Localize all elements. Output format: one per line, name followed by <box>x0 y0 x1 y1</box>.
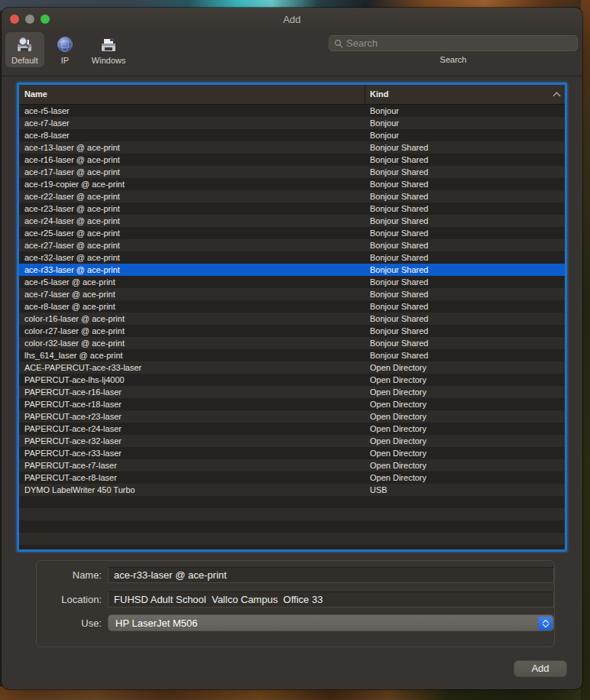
cell-kind: Bonjour Shared <box>365 351 565 360</box>
table-row[interactable]: PAPERCUT-ace-r24-laserOpen Directory <box>19 423 565 435</box>
cell-kind: Open Directory <box>365 363 565 372</box>
table-row[interactable]: ace-r17-laser @ ace-printBonjour Shared <box>19 166 565 178</box>
printer-icon <box>99 35 118 55</box>
table-row[interactable]: PAPERCUT-ace-lhs-lj4000Open Directory <box>19 374 565 386</box>
table-row[interactable]: ace-r8-laser @ ace-printBonjour Shared <box>19 300 565 313</box>
table-row[interactable]: ace-r7-laser @ ace-printBonjour Shared <box>19 288 565 300</box>
cell-name: PAPERCUT-ace-r23-laser <box>19 412 365 421</box>
toolbar-button-windows[interactable]: Windows <box>86 32 132 67</box>
cell-name: color-r32-laser @ ace-print <box>19 339 365 348</box>
toolbar-label-windows: Windows <box>92 56 126 65</box>
title-bar: Add <box>2 8 582 31</box>
minimize-button[interactable] <box>25 15 34 24</box>
table-row[interactable]: PAPERCUT-ace-r23-laserOpen Directory <box>19 410 565 423</box>
toolbar-button-ip[interactable]: IP <box>49 32 81 67</box>
cell-kind: Bonjour Shared <box>365 204 565 213</box>
table-row[interactable]: ace-r24-laser @ ace-printBonjour Shared <box>19 215 565 227</box>
window-title: Add <box>283 14 300 25</box>
table-row[interactable]: ace-r22-laser @ ace-printBonjour Shared <box>19 190 565 203</box>
cell-kind: Open Directory <box>365 473 565 482</box>
traffic-lights <box>10 15 50 24</box>
toolbar-label-ip: IP <box>61 56 69 65</box>
cell-name: lhs_614_laser @ ace-print <box>19 351 365 360</box>
cell-kind: Bonjour <box>365 118 565 128</box>
close-button[interactable] <box>10 15 19 24</box>
table-row[interactable]: ace-r5-laser @ ace-printBonjour Shared <box>19 276 565 288</box>
column-header-kind[interactable]: Kind <box>365 85 565 104</box>
cell-name: PAPERCUT-ace-r24-laser <box>19 424 365 433</box>
table-row[interactable]: ace-r5-laserBonjour <box>19 105 565 117</box>
table-row[interactable]: PAPERCUT-ace-r18-laserOpen Directory <box>19 398 565 410</box>
table-row[interactable]: PAPERCUT-ace-r16-laserOpen Directory <box>19 386 565 398</box>
table-row[interactable]: ace-r7-laserBonjour <box>19 117 565 129</box>
table-row[interactable]: PAPERCUT-ace-r7-laserOpen Directory <box>19 459 565 472</box>
cell-kind: Bonjour Shared <box>365 302 565 311</box>
table-row[interactable]: ace-r8-laserBonjour <box>19 129 565 141</box>
name-field[interactable] <box>108 567 554 583</box>
table-row[interactable]: ACE-PAPERCUT-ace-r33-laserOpen Directory <box>19 361 565 374</box>
name-input[interactable] <box>114 569 548 581</box>
search-field[interactable] <box>329 35 578 51</box>
table-row[interactable]: ace-r23-laser @ ace-printBonjour Shared <box>19 203 565 215</box>
cell-kind: Open Directory <box>365 449 565 458</box>
cell-name: ace-r8-laser <box>19 131 365 140</box>
table-row[interactable]: PAPERCUT-ace-r32-laserOpen Directory <box>19 435 565 447</box>
table-row[interactable]: ace-r13-laser @ ace-printBonjour Shared <box>19 141 565 154</box>
add-button[interactable]: Add <box>514 660 567 677</box>
search-input[interactable] <box>346 37 572 49</box>
toolbar: Default IP <box>2 31 582 76</box>
cell-kind: Open Directory <box>365 424 565 433</box>
cell-kind: Open Directory <box>365 375 565 384</box>
cell-kind: Bonjour Shared <box>365 192 565 201</box>
table-row[interactable]: ace-r32-laser @ ace-printBonjour Shared <box>19 251 565 264</box>
toolbar-button-default[interactable]: Default <box>5 32 44 67</box>
location-input[interactable] <box>114 594 548 605</box>
cell-name: ace-r19-copier @ ace-print <box>19 180 365 189</box>
column-header-name[interactable]: Name <box>19 85 365 104</box>
cell-name: PAPERCUT-ace-r8-laser <box>19 473 365 482</box>
cell-name: ace-r32-laser @ ace-print <box>19 253 365 262</box>
use-popup-value: HP LaserJet M506 <box>115 617 197 629</box>
cell-name: ace-r5-laser @ ace-print <box>19 277 365 287</box>
cell-kind: Bonjour Shared <box>365 155 565 164</box>
cell-kind: Bonjour Shared <box>365 339 565 348</box>
cell-name: color-r27-laser @ ace-print <box>19 326 365 335</box>
cell-kind: Bonjour Shared <box>365 326 565 335</box>
table-row[interactable]: DYMO LabelWriter 450 TurboUSB <box>19 484 565 496</box>
toolbar-label-default: Default <box>11 56 38 65</box>
cell-name: PAPERCUT-ace-r32-laser <box>19 436 365 446</box>
cell-kind: Bonjour Shared <box>365 228 565 238</box>
zoom-button[interactable] <box>41 15 50 24</box>
add-printer-window: Add Default <box>2 8 582 689</box>
cell-name: ace-r23-laser @ ace-print <box>19 204 365 213</box>
table-row[interactable]: lhs_614_laser @ ace-printBonjour Shared <box>19 349 565 361</box>
cell-name: ACE-PAPERCUT-ace-r33-laser <box>19 363 365 372</box>
cell-kind: Bonjour Shared <box>365 167 565 177</box>
cell-kind: Bonjour Shared <box>365 314 565 323</box>
cell-kind: Bonjour Shared <box>365 277 565 287</box>
table-body: ace-r5-laserBonjourace-r7-laserBonjourac… <box>19 105 565 552</box>
use-popup-button[interactable]: HP LaserJet M506 <box>108 614 554 631</box>
cell-name: ace-r17-laser @ ace-print <box>19 167 365 177</box>
table-row[interactable]: PAPERCUT-ace-r33-laserOpen Directory <box>19 447 565 459</box>
table-row[interactable]: ace-r27-laser @ ace-printBonjour Shared <box>19 239 565 251</box>
cell-name: PAPERCUT-ace-r16-laser <box>19 387 365 397</box>
cell-name: ace-r7-laser @ ace-print <box>19 290 365 299</box>
table-row[interactable]: color-r32-laser @ ace-printBonjour Share… <box>19 337 565 349</box>
popup-stepper-icon <box>538 617 553 630</box>
table-filler-row <box>19 545 565 552</box>
table-row[interactable]: color-r16-laser @ ace-printBonjour Share… <box>19 313 565 325</box>
cell-name: DYMO LabelWriter 450 Turbo <box>19 485 365 494</box>
table-row[interactable]: PAPERCUT-ace-r8-laserOpen Directory <box>19 472 565 484</box>
table-row[interactable]: ace-r25-laser @ ace-printBonjour Shared <box>19 227 565 239</box>
cell-name: ace-r33-laser @ ace-print <box>19 265 365 274</box>
table-row[interactable]: color-r27-laser @ ace-printBonjour Share… <box>19 325 565 337</box>
table-row[interactable]: ace-r16-laser @ ace-printBonjour Shared <box>19 154 565 166</box>
table-filler-row <box>19 508 565 520</box>
location-label: Location: <box>37 594 108 605</box>
table-row[interactable]: ace-r19-copier @ ace-printBonjour Shared <box>19 178 565 190</box>
search-toolbar-label: Search <box>440 55 467 64</box>
cell-kind: Bonjour Shared <box>365 241 565 250</box>
location-field[interactable] <box>108 591 554 608</box>
table-row[interactable]: ace-r33-laser @ ace-printBonjour Shared <box>19 264 565 276</box>
